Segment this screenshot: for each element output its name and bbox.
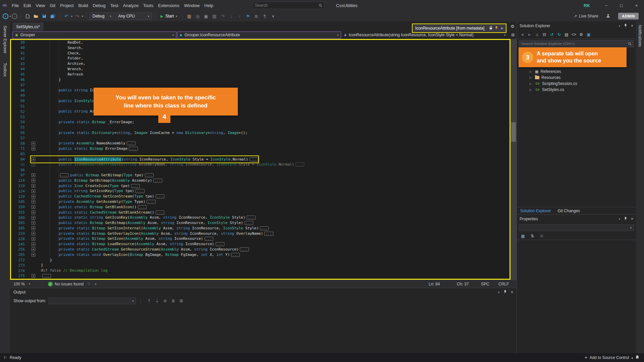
pin-icon[interactable] bbox=[495, 26, 498, 31]
code-line-119[interactable]: 119+ public Icon CreateIcon(Type tpe)... bbox=[11, 183, 509, 189]
fold-toggle-icon[interactable]: + bbox=[32, 200, 35, 203]
start-debugging-button[interactable]: ▶ Start ▾ bbox=[158, 12, 179, 20]
user-avatar[interactable]: RK bbox=[584, 3, 590, 8]
code-line-47[interactable]: 47 bbox=[11, 82, 509, 88]
toolbar-overflow-icon[interactable]: ▾ bbox=[269, 12, 277, 20]
sidebar-tab-server-explorer[interactable]: Server Explorer bbox=[3, 26, 7, 53]
code-line-83[interactable]: 83 bbox=[11, 151, 509, 157]
maximize-button[interactable]: □ bbox=[614, 0, 629, 11]
code-line-219[interactable]: 219+ private static Bitmap GetOverlayIco… bbox=[11, 231, 509, 236]
view-code-icon[interactable]: <> bbox=[571, 31, 577, 38]
close-panel-icon[interactable]: × bbox=[631, 217, 633, 221]
fold-toggle-icon[interactable]: + bbox=[32, 179, 35, 182]
menu-view[interactable]: View bbox=[33, 0, 47, 11]
menu-extensions[interactable]: Extensions bbox=[156, 0, 182, 11]
code-line-274[interactable]: 274#if false // Decompilation log bbox=[11, 268, 509, 273]
sidebar-tab-toolbox[interactable]: Toolbox bbox=[3, 63, 7, 77]
collapsed-region-badge[interactable]: ... bbox=[296, 163, 304, 167]
collapsed-region-badge[interactable]: ... bbox=[138, 205, 147, 209]
code-line-228[interactable]: 228+ private static Bitmap GetIcon(Assem… bbox=[11, 236, 509, 241]
cursor-line-indicator[interactable]: Ln: 84 bbox=[429, 282, 457, 286]
indentation-mode-indicator[interactable]: SPC bbox=[481, 282, 498, 286]
fold-toggle-icon[interactable]: + bbox=[32, 253, 35, 257]
save-all-icon[interactable] bbox=[49, 12, 56, 20]
redo-icon[interactable]: ↷ bbox=[73, 12, 81, 20]
collapsed-region-badge[interactable]: ... bbox=[264, 232, 273, 236]
properties-object-dropdown[interactable]: ▾ bbox=[519, 224, 634, 231]
collapsed-region-badge[interactable]: ... bbox=[129, 147, 138, 151]
code-line-245[interactable]: 245+ private static Bitmap LoadResource(… bbox=[11, 241, 509, 247]
collapsed-region-badge[interactable]: ... bbox=[145, 173, 154, 177]
collapsed-region-badge[interactable]: ... bbox=[240, 247, 249, 252]
fold-toggle-icon[interactable]: + bbox=[32, 221, 35, 225]
window-position-chevron-icon[interactable]: ▾ bbox=[498, 291, 499, 294]
user-account-icon[interactable] bbox=[606, 14, 610, 19]
collapsed-region-badge[interactable]: ... bbox=[205, 237, 213, 241]
fold-toggle-icon[interactable]: + bbox=[32, 232, 35, 235]
collapsed-region-badge[interactable]: ... bbox=[216, 242, 224, 246]
collapsed-region-badge[interactable]: ... bbox=[260, 226, 269, 230]
find-in-files-icon[interactable]: ◎ bbox=[194, 12, 201, 20]
code-line-55[interactable]: 55 bbox=[11, 125, 509, 130]
solution-configuration-dropdown[interactable]: Debug▾ bbox=[90, 12, 114, 20]
collapsed-region-badge[interactable]: ... bbox=[153, 179, 162, 183]
code-line-49[interactable]: 49 bbox=[11, 93, 509, 98]
step-over-icon[interactable]: ↷ bbox=[219, 12, 226, 20]
show-all-files-icon[interactable]: ▤ bbox=[563, 31, 570, 38]
fold-toggle-icon[interactable]: + bbox=[32, 142, 35, 145]
menu-file[interactable]: File bbox=[9, 0, 21, 11]
new-file-icon[interactable] bbox=[24, 12, 31, 20]
expander-icon[interactable]: ▷ bbox=[530, 82, 533, 85]
fold-toggle-icon[interactable]: + bbox=[32, 242, 35, 246]
menu-git[interactable]: Git bbox=[47, 0, 58, 11]
code-pane[interactable]: 39 RedDot,40 Search,41 Check,42 Folder,4… bbox=[10, 39, 511, 280]
code-line-273[interactable]: 273} bbox=[11, 263, 509, 268]
code-line-53[interactable]: 53 bbox=[11, 114, 509, 120]
navigate-back-icon[interactable]: ◄ bbox=[519, 31, 526, 38]
navigate-forward-icon[interactable]: ► bbox=[526, 31, 533, 38]
project-dropdown[interactable]: ▣ Grooper ▾ bbox=[12, 32, 176, 39]
step-into-icon[interactable]: ↓ bbox=[227, 12, 235, 20]
pin-icon[interactable] bbox=[624, 24, 627, 29]
code-line-44[interactable]: 44 Wrench, bbox=[11, 66, 509, 72]
properties-grid[interactable] bbox=[517, 240, 636, 353]
gear-icon[interactable]: ⚙ bbox=[511, 24, 515, 29]
code-line-57[interactable]: 57 bbox=[11, 135, 509, 141]
fold-toggle-icon[interactable]: + bbox=[32, 195, 35, 198]
code-line-84[interactable]: 84+ public IconResourceAttribute(string … bbox=[11, 157, 509, 162]
close-tab-icon[interactable]: × bbox=[500, 26, 503, 31]
code-line-51[interactable]: 51 bbox=[11, 104, 509, 109]
navigate-backward-icon[interactable]: ‹ bbox=[3, 13, 8, 19]
code-line-145[interactable]: 145+ private Assembly GetAssembly(Type T… bbox=[11, 199, 509, 205]
search-input[interactable] bbox=[255, 3, 319, 8]
collapsed-region-badge[interactable]: ... bbox=[245, 221, 253, 225]
line-ending-indicator[interactable]: CRLF bbox=[498, 282, 513, 286]
solution-platform-dropdown[interactable]: Any CPU▾ bbox=[115, 12, 152, 20]
collapsed-region-badge[interactable]: ... bbox=[147, 200, 155, 204]
menu-build[interactable]: Build bbox=[76, 0, 91, 11]
properties-icon[interactable]: ⚙ bbox=[578, 31, 585, 38]
feedback-flag-icon[interactable]: ⚐ bbox=[3, 355, 7, 360]
menu-analyze[interactable]: Analyze bbox=[121, 0, 141, 11]
editor-scrollbar[interactable] bbox=[511, 39, 517, 280]
undo-icon[interactable]: ↶ bbox=[63, 12, 70, 20]
preview-selected-items-icon[interactable]: ▣ bbox=[585, 31, 592, 38]
collapsed-region-badge[interactable]: ... bbox=[247, 216, 255, 220]
pin-icon[interactable] bbox=[503, 290, 507, 295]
window-position-chevron-icon[interactable]: ▾ bbox=[619, 218, 620, 221]
collapsed-region-badge[interactable]: ... bbox=[127, 141, 136, 145]
tree-item-scriptingsession-cs[interactable]: ▷C#ScriptingSession.cs bbox=[517, 81, 636, 87]
code-line-124[interactable]: 124+ public string GetIconKey(Type tpe).… bbox=[11, 188, 509, 194]
word-wrap-icon[interactable]: ≣ bbox=[170, 298, 176, 304]
fold-toggle-icon[interactable]: + bbox=[32, 189, 35, 193]
scrollbar-thumb[interactable] bbox=[511, 122, 516, 142]
fold-toggle-icon[interactable]: + bbox=[32, 147, 35, 150]
collapsed-region-badge[interactable]: ... bbox=[60, 173, 69, 177]
code-line-46[interactable]: 46 } bbox=[11, 77, 509, 83]
refresh-icon[interactable]: ↻ bbox=[556, 31, 562, 38]
output-body[interactable] bbox=[10, 306, 517, 353]
code-line-50[interactable]: 50 public IconStyle Style bbox=[11, 98, 509, 104]
home-icon[interactable]: ⌂ bbox=[534, 31, 540, 38]
code-line-45[interactable]: 45 Refresh bbox=[11, 72, 509, 77]
code-line-40[interactable]: 40 Search, bbox=[11, 45, 509, 51]
